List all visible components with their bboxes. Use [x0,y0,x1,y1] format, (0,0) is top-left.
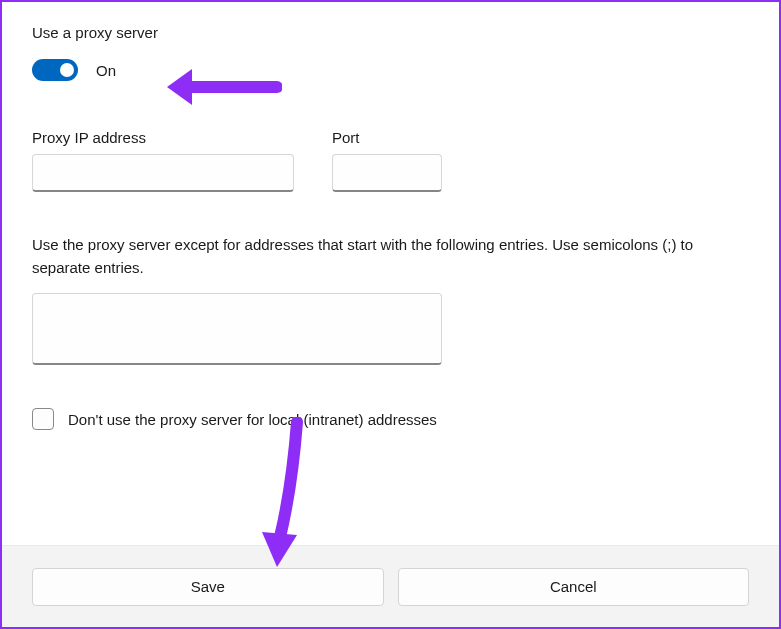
section-title: Use a proxy server [32,24,749,41]
proxy-ip-input[interactable] [32,154,294,192]
toggle-knob-icon [60,63,74,77]
save-button[interactable]: Save [32,568,384,606]
cancel-button[interactable]: Cancel [398,568,750,606]
local-bypass-label: Don't use the proxy server for local (in… [68,411,437,428]
proxy-port-input[interactable] [332,154,442,192]
proxy-settings-panel: Use a proxy server On Proxy IP address P… [2,2,779,430]
ip-field-group: Proxy IP address [32,129,294,192]
proxy-toggle-row: On [32,59,749,81]
port-field-group: Port [332,129,442,192]
port-label: Port [332,129,442,146]
local-bypass-checkbox[interactable] [32,408,54,430]
exceptions-description: Use the proxy server except for addresse… [32,234,749,279]
proxy-toggle[interactable] [32,59,78,81]
local-bypass-row[interactable]: Don't use the proxy server for local (in… [32,408,749,430]
ip-label: Proxy IP address [32,129,294,146]
dialog-footer: Save Cancel [2,545,779,627]
proxy-toggle-state: On [96,62,116,79]
address-port-row: Proxy IP address Port [32,129,749,192]
exceptions-input[interactable] [32,293,442,365]
